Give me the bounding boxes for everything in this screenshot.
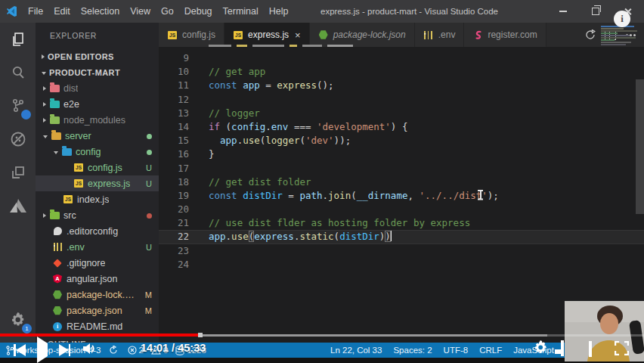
tree-item--editorconfig[interactable]: .editorconfig	[36, 223, 159, 239]
minimize-button[interactable]	[546, 0, 579, 23]
tree-item-readme-md[interactable]: iREADME.md	[36, 318, 159, 334]
code-line-24: 24	[159, 258, 644, 271]
miniplayer-icon	[561, 340, 564, 356]
tree-item-express-js[interactable]: JSexpress.jsU	[36, 175, 159, 191]
line-number: 18	[159, 175, 189, 189]
tab-register-com[interactable]: register.com	[464, 23, 546, 47]
extensions-activity-button[interactable]	[0, 156, 36, 189]
line-number: 14	[159, 120, 189, 134]
menu-bar: FileEditSelectionViewGoDebugTerminalHelp	[23, 6, 294, 17]
miniplayer-button[interactable]	[561, 342, 564, 355]
fullscreen-button[interactable]	[615, 341, 629, 358]
tree-item-package-lock-json[interactable]: package-lock.jsonM	[36, 287, 159, 302]
tab-config-js[interactable]: JSconfig.js	[159, 23, 224, 47]
folder-glyph	[50, 85, 60, 92]
status-indentation[interactable]: Spaces: 2	[393, 346, 432, 355]
js-glyph: JS	[234, 31, 243, 39]
settings-button[interactable]: 1	[0, 305, 36, 335]
debug-activity-button[interactable]	[0, 123, 36, 156]
title-bar: FileEditSelectionViewGoDebugTerminalHelp…	[0, 0, 644, 23]
line-number: 9	[159, 51, 189, 65]
folder-glyph	[51, 132, 61, 140]
files-icon	[11, 32, 26, 47]
file-name: .gitignore	[67, 258, 105, 268]
menu-debug[interactable]: Debug	[179, 6, 218, 17]
status-encoding[interactable]: UTF-8	[444, 346, 469, 355]
line-number: 13	[159, 107, 189, 120]
previous-button[interactable]	[14, 344, 26, 356]
sync-changes-button[interactable]	[581, 29, 600, 40]
clipped-code-line	[209, 45, 358, 48]
tab--env[interactable]: .env	[415, 23, 465, 47]
line-number: 12	[159, 93, 189, 107]
menu-go[interactable]: Go	[156, 6, 179, 17]
tree-item-config[interactable]: config	[36, 144, 159, 160]
status-bar-right: Ln 22, Col 33Spaces: 2UTF-8CRLFJavaScrip…	[330, 343, 590, 358]
progress-scrubber[interactable]	[198, 333, 203, 337]
folder-icon	[49, 115, 60, 125]
video-info-button[interactable]: i	[614, 11, 630, 27]
project-section[interactable]: PRODUCT-MART	[36, 64, 159, 80]
chevron-right-icon	[42, 54, 45, 59]
code-text: // use dist flder as hosting folder by e…	[209, 216, 470, 230]
menu-file[interactable]: File	[23, 6, 48, 17]
menu-help[interactable]: Help	[264, 6, 294, 17]
next-button[interactable]	[59, 344, 71, 356]
chevron-down-icon	[42, 72, 46, 75]
editor-zone: JSconfig.jsJSexpress.js×package-lock.jso…	[159, 23, 644, 343]
tree-item--gitignore[interactable]: .gitignore	[36, 255, 159, 271]
vscode-window: FileEditSelectionViewGoDebugTerminalHelp…	[0, 0, 644, 363]
volume-button[interactable]	[82, 341, 98, 359]
explorer-activity-button[interactable]	[0, 23, 36, 56]
code-editor[interactable]: 910// get app11const app = express();121…	[159, 47, 644, 343]
tab-bar: JSconfig.jsJSexpress.js×package-lock.jso…	[159, 23, 644, 47]
tab-express-js[interactable]: JSexpress.js×	[224, 23, 310, 47]
source-control-activity-button[interactable]	[0, 89, 36, 123]
tree-item-angular-json[interactable]: Aangular.json	[36, 271, 159, 287]
tree-item-server[interactable]: server	[36, 128, 159, 144]
code-line-16: 16}	[159, 147, 644, 161]
video-settings-button[interactable]	[533, 340, 548, 358]
editor-scrollbar[interactable]	[636, 79, 644, 214]
code-line-9: 9	[159, 51, 644, 65]
tab-label: .env	[438, 29, 456, 40]
code-text: app.use(express.static(distDir))	[209, 230, 392, 244]
menu-view[interactable]: View	[125, 6, 156, 17]
tree-item-config-js[interactable]: JSconfig.jsU	[36, 160, 159, 175]
search-activity-button[interactable]	[0, 56, 36, 89]
tree-item-dist[interactable]: dist	[36, 80, 159, 96]
menu-edit[interactable]: Edit	[48, 6, 76, 17]
status-eol[interactable]: CRLF	[479, 346, 502, 355]
tree-item-e2e[interactable]: e2e	[36, 96, 159, 112]
tab-package-lock-json[interactable]: package-lock.json	[310, 23, 415, 47]
azure-activity-button[interactable]	[0, 189, 36, 222]
tab-close-icon[interactable]: ×	[295, 29, 301, 41]
branch-icon	[6, 346, 14, 355]
code-line-21: 21// use dist flder as hosting folder by…	[159, 216, 644, 230]
open-editors-section[interactable]: OPEN EDITORS	[36, 48, 159, 64]
tree-item-node-modules[interactable]: node_modules	[36, 112, 159, 128]
line-number: 20	[159, 203, 189, 216]
tree-item-src[interactable]: src	[36, 207, 159, 223]
webcam-overlay	[565, 301, 644, 361]
menu-terminal[interactable]: Terminal	[218, 6, 264, 17]
video-gear-icon	[533, 340, 548, 355]
video-progress-bar[interactable]	[0, 334, 644, 337]
folder-icon	[49, 99, 60, 109]
git-status-badge: M	[145, 290, 152, 299]
restore-button[interactable]	[579, 0, 611, 23]
minimap[interactable]	[599, 25, 642, 66]
theater-mode-button[interactable]	[589, 343, 592, 356]
play-button[interactable]	[37, 343, 48, 357]
tree-item--env[interactable]: .envU	[36, 239, 159, 255]
status-cursor-position[interactable]: Ln 22, Col 33	[330, 346, 382, 355]
angular-icon: A	[52, 274, 63, 284]
menu-selection[interactable]: Selection	[76, 6, 125, 17]
code-text: const distDir = path.join(__dirname, '..…	[209, 189, 499, 203]
tree-item-index-js[interactable]: JSindex.js	[36, 191, 159, 207]
tree-item-package-json[interactable]: package.jsonM	[36, 302, 159, 318]
explorer-sidebar: EXPLORER OPEN EDITORS PRODUCT-MART diste…	[36, 23, 159, 343]
git-status-badge: U	[146, 179, 152, 188]
line-number: 21	[159, 216, 189, 230]
sync-status[interactable]	[109, 346, 120, 355]
